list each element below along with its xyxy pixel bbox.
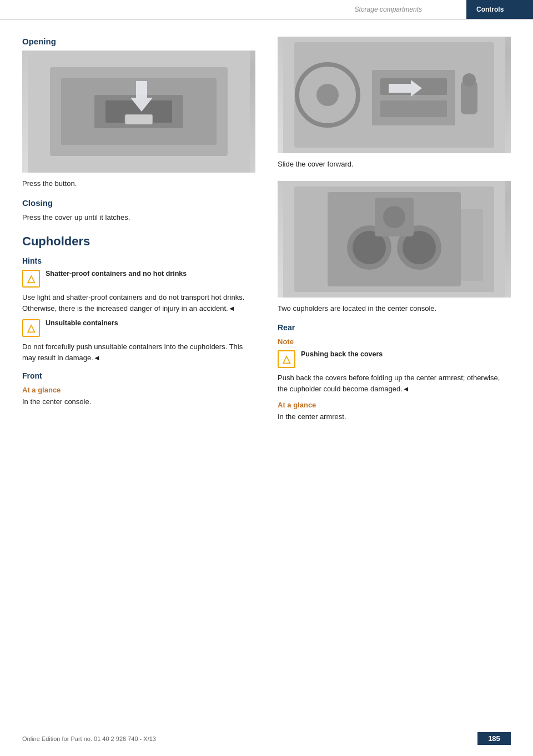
right-column: Slide the cover forward. xyxy=(278,37,511,426)
opening-caption: Press the button. xyxy=(22,178,255,189)
warning-body-1: Use light and shatter-proof containers a… xyxy=(22,292,255,314)
left-column: Opening Press the button. C xyxy=(22,37,255,426)
rear-warning-content: Pushing back the covers xyxy=(301,350,383,359)
front-at-glance-text: In the center console. xyxy=(22,396,255,407)
header-section-label: Storage compartments xyxy=(355,6,422,13)
front-title: Front xyxy=(22,371,255,380)
opening-image-svg xyxy=(22,51,255,173)
slide-caption: Slide the cover forward. xyxy=(278,159,511,170)
warning-title-2: Unsuitable containers xyxy=(46,319,118,327)
rear-warning-body: Push back the covers before folding up t… xyxy=(278,372,511,395)
footer: Online Edition for Part no. 01 40 2 926 … xyxy=(0,732,533,745)
slide-image-content xyxy=(278,37,511,153)
warning-box-2: △ Unsuitable containers xyxy=(22,319,255,337)
svg-point-10 xyxy=(316,84,339,106)
closing-description: Press the cover up until it latches. xyxy=(22,212,255,223)
hints-title: Hints xyxy=(22,256,255,265)
header-chapter-label: Controls xyxy=(466,0,533,19)
cupholder-image-content xyxy=(278,181,511,298)
opening-image-content xyxy=(22,51,255,173)
front-at-glance-label: At a glance xyxy=(22,386,255,394)
main-content: Opening Press the button. C xyxy=(0,20,533,459)
warning-body-2: Do not forcefully push unsuitable contai… xyxy=(22,341,255,364)
opening-title: Opening xyxy=(22,37,255,46)
slide-image xyxy=(278,37,511,153)
warning-box-1: △ Shatter-proof containers and no hot dr… xyxy=(22,270,255,288)
cupholder-image-svg xyxy=(278,181,511,298)
rear-warning-title: Pushing back the covers xyxy=(301,350,383,358)
rear-note-title: Note xyxy=(278,337,511,346)
warning-text-2: Unsuitable containers xyxy=(46,319,118,328)
warning-icon-2: △ xyxy=(22,319,40,337)
slide-image-svg xyxy=(278,37,511,153)
cupholders-title: Cupholders xyxy=(22,234,255,249)
header-bar: Storage compartments Controls xyxy=(0,0,533,20)
page-number: 185 xyxy=(477,732,511,745)
svg-rect-26 xyxy=(461,209,483,281)
warning-title-1: Shatter-proof containers and no hot drin… xyxy=(46,270,187,278)
rear-title: Rear xyxy=(278,323,511,332)
rear-warning-icon: △ xyxy=(278,350,295,368)
rear-at-glance-label: At a glance xyxy=(278,401,511,409)
warning-icon-1: △ xyxy=(22,270,40,288)
svg-rect-13 xyxy=(380,100,447,117)
rear-warning-box: △ Pushing back the covers xyxy=(278,350,511,368)
svg-point-16 xyxy=(462,73,476,87)
center-caption: Two cupholders are located in the center… xyxy=(278,303,511,314)
svg-rect-6 xyxy=(125,114,153,124)
svg-point-25 xyxy=(383,206,405,228)
cupholder-image xyxy=(278,181,511,298)
warning-text-1: Shatter-proof containers and no hot drin… xyxy=(46,270,187,279)
opening-image xyxy=(22,51,255,173)
rear-at-glance-text: In the center armrest. xyxy=(278,411,511,422)
closing-title: Closing xyxy=(22,198,255,208)
footer-text: Online Edition for Part no. 01 40 2 926 … xyxy=(22,735,156,742)
